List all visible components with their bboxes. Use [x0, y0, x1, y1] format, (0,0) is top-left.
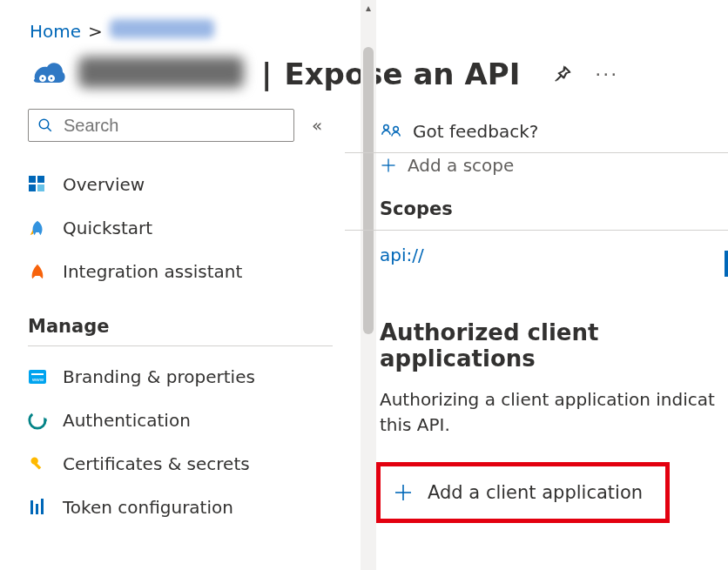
add-client-application-label: Add a client application	[428, 482, 643, 503]
app-name	[78, 57, 249, 91]
breadcrumb-current[interactable]	[110, 19, 214, 43]
sidebar-item-overview[interactable]: Overview	[28, 163, 340, 206]
quickstart-icon	[28, 218, 47, 238]
title-separator: |	[261, 57, 272, 91]
svg-point-20	[384, 125, 389, 131]
svg-point-4	[39, 119, 49, 129]
application-id-uri-link[interactable]: api://	[380, 245, 424, 265]
add-icon	[393, 482, 414, 503]
svg-point-15	[31, 458, 38, 465]
sidebar-item-authentication[interactable]: Authentication	[28, 399, 340, 442]
sidebar-item-label: Overview	[63, 174, 145, 195]
breadcrumb-home[interactable]: Home	[30, 21, 81, 42]
search-input[interactable]	[62, 115, 286, 137]
integration-icon	[28, 262, 47, 281]
token-icon	[28, 498, 47, 517]
add-client-application-button[interactable]: Add a client application	[376, 462, 670, 523]
svg-point-2	[42, 77, 44, 79]
scopes-heading: Scopes	[345, 181, 728, 230]
key-icon	[28, 454, 47, 473]
sidebar-item-label: Token configuration	[63, 497, 233, 518]
search-input-wrapper[interactable]	[28, 109, 294, 142]
sidebar-item-label: Quickstart	[63, 218, 152, 238]
sidebar-item-quickstart[interactable]: Quickstart	[28, 206, 340, 250]
svg-point-3	[51, 77, 52, 79]
breadcrumb-separator: >	[88, 21, 103, 42]
sidebar-item-label: Authentication	[63, 410, 191, 431]
svg-rect-19	[41, 499, 44, 514]
authorized-clients-heading: Authorized client applications	[345, 279, 728, 379]
scope-row-indicator	[725, 251, 728, 277]
app-registration-icon	[28, 57, 66, 91]
sidebar-item-branding[interactable]: www Branding & properties	[28, 355, 340, 399]
svg-rect-6	[29, 176, 36, 183]
authentication-icon	[28, 411, 47, 430]
feedback-link[interactable]: Got feedback?	[413, 121, 538, 142]
svg-rect-8	[29, 184, 36, 191]
sidebar-item-certificates[interactable]: Certificates & secrets	[28, 442, 340, 486]
add-scope-button[interactable]: Add a scope	[408, 155, 514, 176]
search-icon	[37, 117, 53, 133]
svg-text:www: www	[31, 377, 44, 382]
svg-point-13	[30, 412, 45, 428]
sidebar-item-label: Integration assistant	[63, 261, 242, 282]
pin-icon[interactable]	[553, 64, 572, 84]
svg-rect-9	[37, 184, 44, 191]
page-title: Expose an API	[284, 57, 520, 91]
svg-line-5	[47, 127, 51, 131]
svg-rect-7	[37, 176, 44, 183]
feedback-icon	[380, 121, 402, 142]
sidebar-item-token-config[interactable]: Token configuration	[28, 486, 340, 529]
add-icon	[380, 157, 397, 174]
scroll-up-icon[interactable]: ▴	[361, 0, 376, 16]
svg-rect-11	[31, 373, 44, 375]
collapse-sidebar-icon[interactable]: «	[312, 115, 322, 136]
sidebar-item-label: Branding & properties	[63, 366, 255, 387]
sidebar-item-integration[interactable]: Integration assistant	[28, 250, 340, 293]
authorized-clients-description: Authorizing a client application indicat…	[345, 379, 728, 438]
svg-point-21	[394, 126, 399, 131]
branding-icon: www	[28, 367, 47, 386]
sidebar-item-label: Certificates & secrets	[63, 453, 250, 474]
svg-rect-17	[30, 500, 33, 514]
sidebar-section-manage: Manage	[28, 316, 333, 346]
overview-icon	[28, 175, 47, 194]
svg-rect-16	[34, 462, 41, 469]
more-icon[interactable]: ···	[595, 64, 618, 85]
svg-rect-18	[36, 504, 38, 514]
